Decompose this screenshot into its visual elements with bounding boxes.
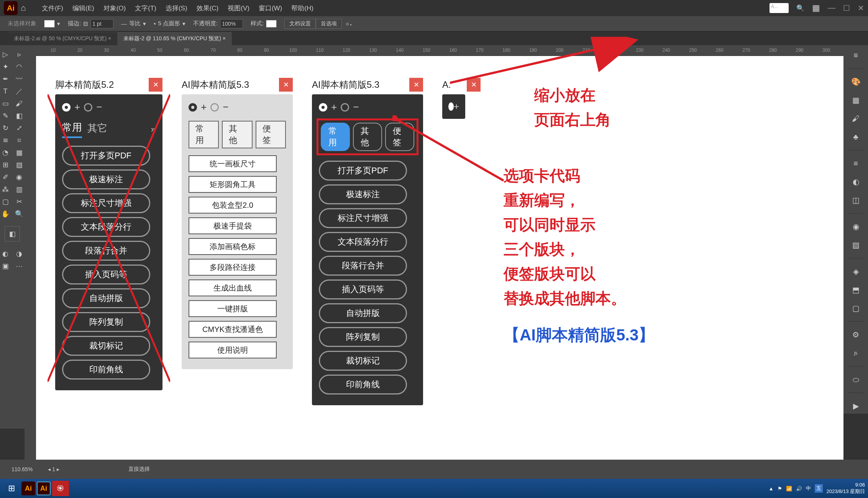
align-icon[interactable]: ⟐▾ [346, 20, 353, 27]
script-button[interactable]: 一键拼版 [189, 300, 277, 317]
menu-effect[interactable]: 效果(C) [197, 4, 219, 13]
artboard-tool-icon[interactable]: ▢ [0, 196, 11, 207]
brush-tool-icon[interactable]: 🖌 [14, 98, 25, 109]
radio-icon[interactable] [210, 103, 219, 112]
menu-type[interactable]: 文字(T) [135, 4, 156, 13]
fill-swatch[interactable] [44, 20, 55, 28]
tab-other[interactable]: 其他 [353, 123, 382, 151]
swatches-panel-icon[interactable]: ▦ [848, 92, 863, 108]
radio-icon[interactable] [341, 103, 349, 112]
direct-selection-tool-icon[interactable]: ▹ [14, 49, 25, 60]
tab-common[interactable]: 常用 [189, 121, 219, 148]
radio-icon[interactable] [189, 103, 197, 112]
fill-stroke-icon[interactable]: ◧ [5, 226, 20, 242]
ime-icon[interactable]: 五 [815, 484, 823, 493]
edit-toolbar-icon[interactable]: ⋯ [14, 261, 25, 271]
actions-panel-icon[interactable]: ⚙ [848, 327, 863, 342]
js-panel-icon[interactable]: js [848, 345, 863, 361]
radio-icon[interactable] [319, 103, 327, 112]
script-button[interactable]: 自动拼版 [62, 288, 150, 308]
color-panel-icon[interactable]: 🎨 [848, 74, 863, 89]
selection-tool-icon[interactable]: ▷ [0, 49, 11, 60]
tab-notes[interactable]: 便签 [256, 121, 286, 148]
shape-builder-icon[interactable]: ◔ [0, 147, 11, 158]
taskbar-ai-icon[interactable]: Ai [21, 482, 35, 495]
home-icon[interactable]: ⌂ [21, 3, 26, 13]
script-button[interactable]: 裁切标记 [319, 351, 407, 371]
chevron-right-icon[interactable]: » [151, 125, 156, 135]
curvature-icon[interactable]: 〰 [14, 74, 25, 84]
rectangle-tool-icon[interactable]: ▭ [0, 98, 11, 109]
menu-window[interactable]: 窗口(W) [259, 4, 282, 13]
script-button[interactable]: 印前角线 [319, 375, 407, 394]
graphic-styles-panel-icon[interactable]: ▨ [848, 237, 863, 253]
draw-mode-icon[interactable]: ◑ [14, 248, 25, 259]
menu-select[interactable]: 选择(S) [166, 4, 187, 13]
corner-dropdown[interactable]: 5 点圆形 [158, 20, 180, 27]
script-button[interactable]: 使用说明 [189, 342, 277, 358]
script-button[interactable]: 阵列复制 [62, 312, 150, 332]
ime-icon[interactable]: 中 [806, 485, 811, 492]
radio-icon[interactable] [84, 103, 92, 112]
menu-view[interactable]: 视图(V) [228, 4, 249, 13]
artboards-panel-icon[interactable]: ▢ [848, 301, 863, 316]
script-button[interactable]: 插入页码等 [319, 279, 407, 299]
taskbar-clock[interactable]: 9:06 2023/8/13 星期日 [827, 482, 865, 495]
script-button[interactable]: 极速标注 [62, 169, 150, 189]
script-button[interactable]: 段落行合并 [319, 256, 407, 276]
eyedropper-icon[interactable]: ✐ [0, 172, 11, 182]
preferences-button[interactable]: 首选项 [316, 19, 342, 29]
gradient-tool-icon[interactable]: ▨ [14, 159, 25, 170]
network-icon[interactable]: 📶 [786, 486, 792, 491]
stroke-panel-icon[interactable]: ≡ [848, 156, 863, 171]
brushes-panel-icon[interactable]: 🖌 [848, 111, 863, 126]
search-icon[interactable]: 🔍 [796, 4, 804, 12]
script-button[interactable]: 生成出血线 [189, 279, 277, 296]
rotate-tool-icon[interactable]: ↻ [0, 123, 11, 133]
close-window-button[interactable]: ✕ [858, 3, 864, 13]
script-button[interactable]: 多段路径连接 [189, 259, 277, 276]
magic-wand-icon[interactable]: ✦ [0, 61, 11, 72]
color-mode-icon[interactable]: ◐ [0, 248, 11, 259]
menubar-search[interactable]: A... [770, 3, 789, 13]
graph-tool-icon[interactable]: ▥ [14, 184, 25, 195]
script-button[interactable]: 文本段落分行 [319, 232, 407, 252]
script-button[interactable]: 标注尺寸增强 [62, 193, 150, 213]
volume-icon[interactable]: 🔊 [796, 486, 802, 491]
flag-icon[interactable]: ⚑ [778, 486, 782, 491]
symbols-panel-icon[interactable]: ♣ [848, 129, 863, 145]
script-button[interactable]: 添加画稿色标 [189, 238, 277, 255]
zoom-level[interactable]: 110.65% [11, 466, 33, 472]
script-button[interactable]: 包装盒型2.0 [189, 197, 277, 214]
close-button[interactable]: ✕ [409, 78, 423, 92]
artboard[interactable]: 脚本精简版5.2 ✕ +− 常用 其它 » 打开多页PDF 极速标注 标注尺寸增… [36, 56, 843, 479]
properties-panel-icon[interactable]: ≡ [848, 48, 863, 63]
close-tab-icon[interactable]: × [108, 35, 111, 41]
close-tab-icon[interactable]: × [223, 35, 226, 41]
tray-icon[interactable]: ▲ [769, 486, 774, 491]
tab-common[interactable]: 常用 [321, 123, 350, 151]
menu-file[interactable]: 文件(F) [42, 4, 63, 13]
symbol-sprayer-icon[interactable]: ⁂ [0, 184, 11, 195]
hand-tool-icon[interactable]: ✋ [0, 209, 11, 219]
doc-tab-1[interactable]: 未标题-2.ai @ 50 % (CMYK/CPU 预览) × [8, 32, 117, 45]
minimize-button[interactable]: — [828, 3, 835, 13]
free-transform-icon[interactable]: ⌗ [14, 135, 25, 146]
pen-tool-icon[interactable]: ✒ [0, 74, 11, 84]
type-tool-icon[interactable]: T [0, 86, 11, 97]
perspective-icon[interactable]: ▦ [14, 147, 25, 158]
script-button[interactable]: 极速手提袋 [189, 217, 277, 234]
appearance-panel-icon[interactable]: ◉ [848, 219, 863, 234]
tab-other[interactable]: 其他 [222, 121, 252, 148]
asset-export-panel-icon[interactable]: ⬒ [848, 282, 863, 297]
opacity-input[interactable] [220, 19, 243, 28]
width-tool-icon[interactable]: ≋ [0, 135, 11, 146]
slice-tool-icon[interactable]: ✂ [14, 196, 25, 207]
start-button[interactable]: ⊞ [3, 481, 20, 496]
artboard-nav[interactable]: ◂ 1 ▸ [48, 466, 59, 472]
script-button[interactable]: 矩形圆角工具 [189, 176, 277, 193]
blend-tool-icon[interactable]: ◉ [14, 172, 25, 182]
layers-panel-icon[interactable]: ◈ [848, 264, 863, 279]
tab-other[interactable]: 其它 [87, 122, 107, 137]
play-icon[interactable]: ▶ [848, 398, 863, 414]
